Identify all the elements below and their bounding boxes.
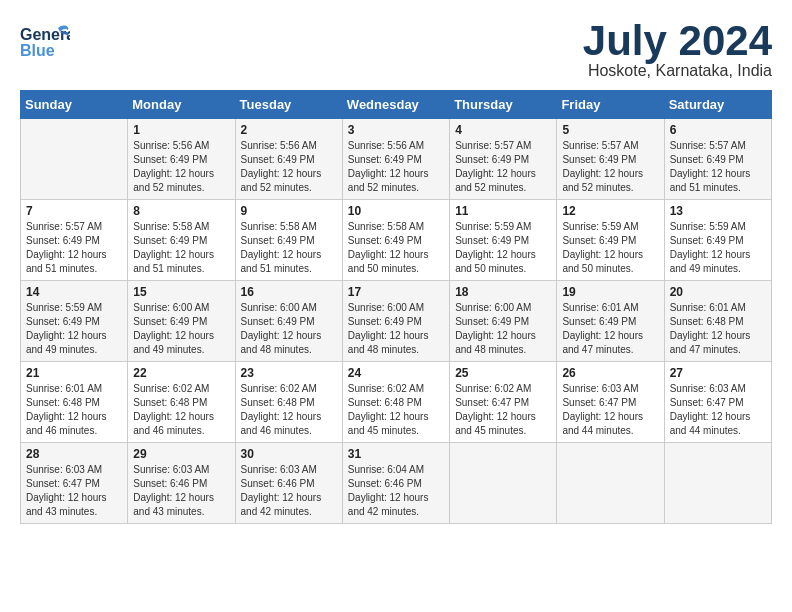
day-number: 31 <box>348 447 444 461</box>
calendar-cell: 1Sunrise: 5:56 AM Sunset: 6:49 PM Daylig… <box>128 119 235 200</box>
day-number: 30 <box>241 447 337 461</box>
day-info: Sunrise: 6:00 AM Sunset: 6:49 PM Dayligh… <box>241 301 337 357</box>
day-number: 27 <box>670 366 766 380</box>
calendar-cell: 27Sunrise: 6:03 AM Sunset: 6:47 PM Dayli… <box>664 362 771 443</box>
calendar-cell: 3Sunrise: 5:56 AM Sunset: 6:49 PM Daylig… <box>342 119 449 200</box>
calendar-cell: 11Sunrise: 5:59 AM Sunset: 6:49 PM Dayli… <box>450 200 557 281</box>
day-number: 28 <box>26 447 122 461</box>
calendar-cell: 26Sunrise: 6:03 AM Sunset: 6:47 PM Dayli… <box>557 362 664 443</box>
day-number: 23 <box>241 366 337 380</box>
day-number: 26 <box>562 366 658 380</box>
day-info: Sunrise: 5:58 AM Sunset: 6:49 PM Dayligh… <box>133 220 229 276</box>
location-subtitle: Hoskote, Karnataka, India <box>583 62 772 80</box>
day-number: 22 <box>133 366 229 380</box>
day-number: 19 <box>562 285 658 299</box>
calendar-cell <box>450 443 557 524</box>
day-info: Sunrise: 6:03 AM Sunset: 6:46 PM Dayligh… <box>133 463 229 519</box>
calendar-week-row: 21Sunrise: 6:01 AM Sunset: 6:48 PM Dayli… <box>21 362 772 443</box>
day-info: Sunrise: 6:03 AM Sunset: 6:47 PM Dayligh… <box>562 382 658 438</box>
calendar-day-header: Wednesday <box>342 91 449 119</box>
day-number: 7 <box>26 204 122 218</box>
day-number: 13 <box>670 204 766 218</box>
day-info: Sunrise: 6:00 AM Sunset: 6:49 PM Dayligh… <box>455 301 551 357</box>
calendar-cell: 31Sunrise: 6:04 AM Sunset: 6:46 PM Dayli… <box>342 443 449 524</box>
calendar-cell: 20Sunrise: 6:01 AM Sunset: 6:48 PM Dayli… <box>664 281 771 362</box>
day-number: 17 <box>348 285 444 299</box>
day-info: Sunrise: 5:57 AM Sunset: 6:49 PM Dayligh… <box>562 139 658 195</box>
calendar-cell: 4Sunrise: 5:57 AM Sunset: 6:49 PM Daylig… <box>450 119 557 200</box>
day-info: Sunrise: 5:56 AM Sunset: 6:49 PM Dayligh… <box>133 139 229 195</box>
calendar-week-row: 1Sunrise: 5:56 AM Sunset: 6:49 PM Daylig… <box>21 119 772 200</box>
day-info: Sunrise: 6:01 AM Sunset: 6:49 PM Dayligh… <box>562 301 658 357</box>
month-year-title: July 2024 <box>583 20 772 62</box>
calendar-cell: 23Sunrise: 6:02 AM Sunset: 6:48 PM Dayli… <box>235 362 342 443</box>
page-header: General Blue July 2024 Hoskote, Karnatak… <box>20 20 772 80</box>
calendar-week-row: 7Sunrise: 5:57 AM Sunset: 6:49 PM Daylig… <box>21 200 772 281</box>
day-number: 2 <box>241 123 337 137</box>
calendar-day-header: Thursday <box>450 91 557 119</box>
calendar-cell: 19Sunrise: 6:01 AM Sunset: 6:49 PM Dayli… <box>557 281 664 362</box>
day-number: 4 <box>455 123 551 137</box>
day-info: Sunrise: 5:59 AM Sunset: 6:49 PM Dayligh… <box>455 220 551 276</box>
day-info: Sunrise: 5:56 AM Sunset: 6:49 PM Dayligh… <box>348 139 444 195</box>
calendar-cell: 12Sunrise: 5:59 AM Sunset: 6:49 PM Dayli… <box>557 200 664 281</box>
day-number: 1 <box>133 123 229 137</box>
day-info: Sunrise: 6:01 AM Sunset: 6:48 PM Dayligh… <box>26 382 122 438</box>
calendar-cell: 2Sunrise: 5:56 AM Sunset: 6:49 PM Daylig… <box>235 119 342 200</box>
day-number: 24 <box>348 366 444 380</box>
day-number: 8 <box>133 204 229 218</box>
day-number: 9 <box>241 204 337 218</box>
logo-icon: General Blue <box>20 20 70 65</box>
day-number: 21 <box>26 366 122 380</box>
day-info: Sunrise: 5:56 AM Sunset: 6:49 PM Dayligh… <box>241 139 337 195</box>
day-info: Sunrise: 6:00 AM Sunset: 6:49 PM Dayligh… <box>348 301 444 357</box>
calendar-day-header: Tuesday <box>235 91 342 119</box>
calendar-cell: 5Sunrise: 5:57 AM Sunset: 6:49 PM Daylig… <box>557 119 664 200</box>
calendar-week-row: 28Sunrise: 6:03 AM Sunset: 6:47 PM Dayli… <box>21 443 772 524</box>
calendar-day-header: Monday <box>128 91 235 119</box>
calendar-cell: 30Sunrise: 6:03 AM Sunset: 6:46 PM Dayli… <box>235 443 342 524</box>
day-info: Sunrise: 5:57 AM Sunset: 6:49 PM Dayligh… <box>26 220 122 276</box>
day-info: Sunrise: 6:01 AM Sunset: 6:48 PM Dayligh… <box>670 301 766 357</box>
day-number: 18 <box>455 285 551 299</box>
day-info: Sunrise: 5:58 AM Sunset: 6:49 PM Dayligh… <box>241 220 337 276</box>
calendar-day-header: Friday <box>557 91 664 119</box>
day-number: 6 <box>670 123 766 137</box>
day-number: 29 <box>133 447 229 461</box>
day-number: 20 <box>670 285 766 299</box>
calendar-cell: 7Sunrise: 5:57 AM Sunset: 6:49 PM Daylig… <box>21 200 128 281</box>
day-info: Sunrise: 5:57 AM Sunset: 6:49 PM Dayligh… <box>455 139 551 195</box>
day-info: Sunrise: 6:04 AM Sunset: 6:46 PM Dayligh… <box>348 463 444 519</box>
day-info: Sunrise: 5:58 AM Sunset: 6:49 PM Dayligh… <box>348 220 444 276</box>
logo: General Blue <box>20 20 70 69</box>
calendar-cell: 24Sunrise: 6:02 AM Sunset: 6:48 PM Dayli… <box>342 362 449 443</box>
day-number: 12 <box>562 204 658 218</box>
title-block: July 2024 Hoskote, Karnataka, India <box>583 20 772 80</box>
calendar-day-header: Saturday <box>664 91 771 119</box>
day-info: Sunrise: 6:02 AM Sunset: 6:48 PM Dayligh… <box>348 382 444 438</box>
day-info: Sunrise: 5:59 AM Sunset: 6:49 PM Dayligh… <box>562 220 658 276</box>
calendar-cell: 22Sunrise: 6:02 AM Sunset: 6:48 PM Dayli… <box>128 362 235 443</box>
day-info: Sunrise: 6:03 AM Sunset: 6:47 PM Dayligh… <box>670 382 766 438</box>
day-info: Sunrise: 6:02 AM Sunset: 6:47 PM Dayligh… <box>455 382 551 438</box>
day-info: Sunrise: 6:03 AM Sunset: 6:46 PM Dayligh… <box>241 463 337 519</box>
day-info: Sunrise: 6:00 AM Sunset: 6:49 PM Dayligh… <box>133 301 229 357</box>
calendar-header-row: SundayMondayTuesdayWednesdayThursdayFrid… <box>21 91 772 119</box>
calendar-cell: 10Sunrise: 5:58 AM Sunset: 6:49 PM Dayli… <box>342 200 449 281</box>
calendar-cell: 8Sunrise: 5:58 AM Sunset: 6:49 PM Daylig… <box>128 200 235 281</box>
calendar-cell: 18Sunrise: 6:00 AM Sunset: 6:49 PM Dayli… <box>450 281 557 362</box>
calendar-cell: 14Sunrise: 5:59 AM Sunset: 6:49 PM Dayli… <box>21 281 128 362</box>
calendar-day-header: Sunday <box>21 91 128 119</box>
day-info: Sunrise: 5:59 AM Sunset: 6:49 PM Dayligh… <box>670 220 766 276</box>
day-number: 14 <box>26 285 122 299</box>
calendar-cell: 17Sunrise: 6:00 AM Sunset: 6:49 PM Dayli… <box>342 281 449 362</box>
calendar-cell: 15Sunrise: 6:00 AM Sunset: 6:49 PM Dayli… <box>128 281 235 362</box>
day-info: Sunrise: 5:59 AM Sunset: 6:49 PM Dayligh… <box>26 301 122 357</box>
calendar-cell: 16Sunrise: 6:00 AM Sunset: 6:49 PM Dayli… <box>235 281 342 362</box>
calendar-cell: 6Sunrise: 5:57 AM Sunset: 6:49 PM Daylig… <box>664 119 771 200</box>
day-number: 3 <box>348 123 444 137</box>
calendar-cell: 29Sunrise: 6:03 AM Sunset: 6:46 PM Dayli… <box>128 443 235 524</box>
day-info: Sunrise: 6:02 AM Sunset: 6:48 PM Dayligh… <box>133 382 229 438</box>
calendar-cell: 13Sunrise: 5:59 AM Sunset: 6:49 PM Dayli… <box>664 200 771 281</box>
day-number: 16 <box>241 285 337 299</box>
